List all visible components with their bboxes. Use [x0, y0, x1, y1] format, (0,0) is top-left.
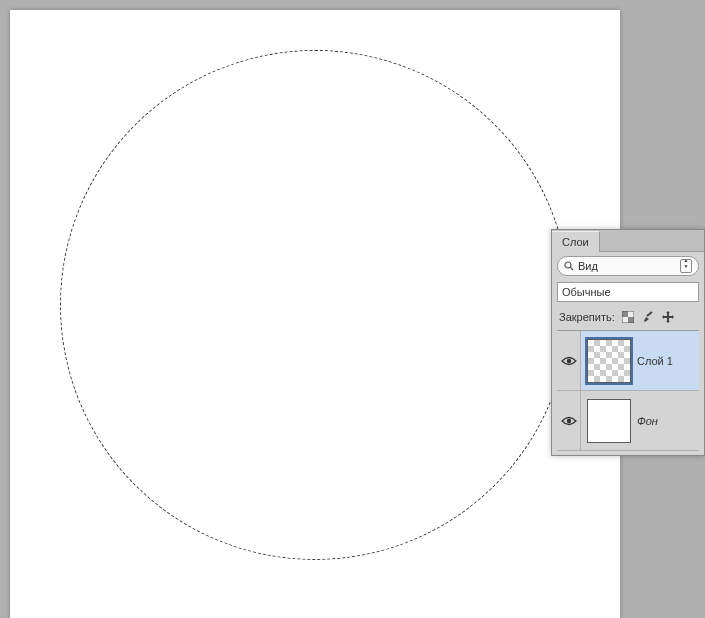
svg-point-8: [566, 358, 570, 362]
blend-mode-select[interactable]: Обычные: [557, 282, 699, 302]
layer-filter[interactable]: Вид ▲ ▼: [557, 256, 699, 276]
layers-panel: Слои Вид ▲ ▼ Обычные Закрепить:: [551, 229, 705, 456]
search-icon: [564, 261, 574, 271]
panel-body: Вид ▲ ▼ Обычные Закрепить:: [552, 252, 704, 455]
svg-rect-2: [622, 311, 628, 317]
layer-thumbnail[interactable]: [587, 399, 631, 443]
layer-name[interactable]: Слой 1: [637, 355, 699, 367]
selection-marquee[interactable]: [60, 50, 570, 560]
lock-transparency-icon[interactable]: [621, 310, 635, 324]
eye-icon: [561, 356, 577, 366]
svg-line-7: [647, 312, 652, 316]
visibility-toggle[interactable]: [557, 331, 581, 390]
panel-tab-bar: Слои: [552, 230, 704, 252]
svg-line-1: [570, 267, 573, 270]
layer-row[interactable]: Фон: [557, 391, 699, 451]
svg-rect-5: [622, 317, 628, 323]
svg-rect-4: [628, 311, 634, 317]
workspace: [0, 0, 630, 618]
chevron-down-icon: ▼: [681, 266, 691, 272]
svg-point-0: [565, 262, 571, 268]
tab-layers[interactable]: Слои: [552, 231, 600, 252]
svg-rect-3: [628, 317, 634, 323]
lock-move-icon[interactable]: [661, 310, 675, 324]
svg-point-9: [566, 418, 570, 422]
lock-label: Закрепить:: [559, 311, 615, 323]
layer-list: Слой 1 Фон: [557, 331, 699, 451]
filter-label: Вид: [578, 260, 676, 272]
layer-row[interactable]: Слой 1: [557, 331, 699, 391]
blend-mode-value: Обычные: [562, 286, 694, 298]
layer-name[interactable]: Фон: [637, 415, 699, 427]
lock-row: Закрепить:: [557, 308, 699, 331]
document-canvas[interactable]: [10, 10, 620, 618]
visibility-toggle[interactable]: [557, 391, 581, 450]
eye-icon: [561, 416, 577, 426]
layer-thumbnail[interactable]: [587, 339, 631, 383]
lock-brush-icon[interactable]: [641, 310, 655, 324]
filter-stepper[interactable]: ▲ ▼: [680, 259, 692, 273]
